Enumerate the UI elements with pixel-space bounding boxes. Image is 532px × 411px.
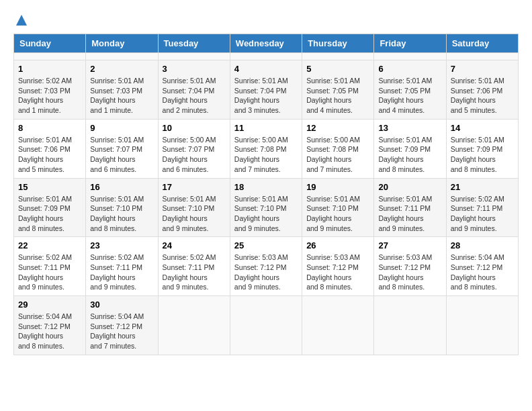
- calendar-day-cell: 3Sunrise: 5:01 AMSunset: 7:04 PMDaylight…: [158, 60, 230, 120]
- calendar-day-cell: 4Sunrise: 5:01 AMSunset: 7:04 PMDaylight…: [230, 60, 302, 120]
- calendar-day-cell: 29Sunrise: 5:04 AMSunset: 7:12 PMDayligh…: [14, 296, 86, 355]
- day-number: 28: [451, 240, 514, 250]
- day-number: 26: [306, 240, 369, 250]
- calendar-day-cell: 10Sunrise: 5:00 AMSunset: 7:07 PMDayligh…: [158, 119, 230, 178]
- day-number: 16: [90, 182, 153, 192]
- calendar-day-cell: 18Sunrise: 5:01 AMSunset: 7:10 PMDayligh…: [230, 178, 302, 237]
- day-number: 12: [306, 123, 369, 133]
- day-number: 7: [451, 64, 514, 74]
- day-info: Sunrise: 5:01 AMSunset: 7:03 PMDaylight …: [90, 76, 153, 116]
- day-info: Sunrise: 5:02 AMSunset: 7:11 PMDaylight …: [18, 253, 81, 292]
- day-info: Sunrise: 5:01 AMSunset: 7:11 PMDaylight …: [378, 194, 441, 234]
- day-number: 23: [90, 240, 153, 250]
- calendar-day-cell: [14, 53, 86, 60]
- day-info: Sunrise: 5:01 AMSunset: 7:05 PMDaylight …: [378, 76, 441, 116]
- calendar-day-cell: 20Sunrise: 5:01 AMSunset: 7:11 PMDayligh…: [374, 178, 446, 237]
- day-info: Sunrise: 5:00 AMSunset: 7:07 PMDaylight …: [163, 135, 226, 175]
- calendar-day-cell: 13Sunrise: 5:01 AMSunset: 7:09 PMDayligh…: [374, 119, 446, 178]
- calendar-day-cell: 22Sunrise: 5:02 AMSunset: 7:11 PMDayligh…: [14, 237, 86, 296]
- day-of-week-header: Saturday: [446, 34, 518, 53]
- day-number: 25: [234, 240, 298, 250]
- calendar-day-cell: 17Sunrise: 5:01 AMSunset: 7:10 PMDayligh…: [158, 178, 230, 237]
- calendar-table: SundayMondayTuesdayWednesdayThursdayFrid…: [13, 34, 519, 355]
- day-info: Sunrise: 5:00 AMSunset: 7:08 PMDaylight …: [306, 135, 369, 175]
- day-of-week-header: Sunday: [14, 34, 86, 53]
- calendar-day-cell: [158, 296, 230, 355]
- day-number: 19: [306, 182, 369, 192]
- calendar-day-cell: 25Sunrise: 5:03 AMSunset: 7:12 PMDayligh…: [230, 237, 302, 296]
- logo-icon: [15, 13, 28, 27]
- day-number: 27: [378, 240, 441, 250]
- calendar-week-row: 8Sunrise: 5:01 AMSunset: 7:06 PMDaylight…: [14, 119, 519, 178]
- day-info: Sunrise: 5:00 AMSunset: 7:08 PMDaylight …: [234, 135, 298, 175]
- calendar-day-cell: 8Sunrise: 5:01 AMSunset: 7:06 PMDaylight…: [14, 119, 86, 178]
- day-info: Sunrise: 5:01 AMSunset: 7:10 PMDaylight …: [90, 194, 153, 234]
- day-number: 17: [163, 182, 226, 192]
- day-info: Sunrise: 5:01 AMSunset: 7:09 PMDaylight …: [451, 135, 514, 175]
- calendar-day-cell: 15Sunrise: 5:01 AMSunset: 7:09 PMDayligh…: [14, 178, 86, 237]
- calendar-day-cell: 11Sunrise: 5:00 AMSunset: 7:08 PMDayligh…: [230, 119, 302, 178]
- day-number: 6: [378, 64, 441, 74]
- calendar-day-cell: [230, 53, 302, 60]
- calendar-day-cell: 1Sunrise: 5:02 AMSunset: 7:03 PMDaylight…: [14, 60, 86, 120]
- calendar-day-cell: 26Sunrise: 5:03 AMSunset: 7:12 PMDayligh…: [302, 237, 374, 296]
- day-info: Sunrise: 5:03 AMSunset: 7:12 PMDaylight …: [306, 253, 369, 292]
- calendar-day-cell: 24Sunrise: 5:02 AMSunset: 7:11 PMDayligh…: [158, 237, 230, 296]
- calendar-day-cell: 14Sunrise: 5:01 AMSunset: 7:09 PMDayligh…: [446, 119, 518, 178]
- day-info: Sunrise: 5:04 AMSunset: 7:12 PMDaylight …: [451, 253, 514, 292]
- calendar-day-cell: [158, 53, 230, 60]
- day-number: 11: [234, 123, 298, 133]
- calendar-week-row: 22Sunrise: 5:02 AMSunset: 7:11 PMDayligh…: [14, 237, 519, 296]
- calendar-day-cell: 27Sunrise: 5:03 AMSunset: 7:12 PMDayligh…: [374, 237, 446, 296]
- calendar-day-cell: 23Sunrise: 5:02 AMSunset: 7:11 PMDayligh…: [86, 237, 158, 296]
- day-of-week-header: Thursday: [302, 34, 374, 53]
- day-info: Sunrise: 5:01 AMSunset: 7:10 PMDaylight …: [163, 194, 226, 234]
- day-info: Sunrise: 5:03 AMSunset: 7:12 PMDaylight …: [234, 253, 298, 292]
- calendar-day-cell: [374, 296, 446, 355]
- day-number: 21: [451, 182, 514, 192]
- calendar-day-cell: 28Sunrise: 5:04 AMSunset: 7:12 PMDayligh…: [446, 237, 518, 296]
- calendar-day-cell: [374, 53, 446, 60]
- day-info: Sunrise: 5:04 AMSunset: 7:12 PMDaylight …: [90, 312, 153, 351]
- logo: [13, 13, 28, 27]
- day-info: Sunrise: 5:01 AMSunset: 7:04 PMDaylight …: [234, 76, 298, 116]
- day-number: 2: [90, 64, 153, 74]
- day-info: Sunrise: 5:02 AMSunset: 7:11 PMDaylight …: [90, 253, 153, 292]
- svg-marker-0: [16, 15, 27, 26]
- calendar-week-row: 1Sunrise: 5:02 AMSunset: 7:03 PMDaylight…: [14, 60, 519, 120]
- day-of-week-header: Wednesday: [230, 34, 302, 53]
- day-number: 15: [18, 182, 81, 192]
- day-info: Sunrise: 5:01 AMSunset: 7:06 PMDaylight …: [18, 135, 81, 175]
- day-number: 18: [234, 182, 298, 192]
- day-info: Sunrise: 5:01 AMSunset: 7:09 PMDaylight …: [18, 194, 81, 234]
- day-number: 5: [306, 64, 369, 74]
- day-number: 22: [18, 240, 81, 250]
- day-number: 24: [163, 240, 226, 250]
- day-number: 3: [163, 64, 226, 74]
- day-of-week-header: Tuesday: [158, 34, 230, 53]
- day-of-week-header: Friday: [374, 34, 446, 53]
- day-info: Sunrise: 5:01 AMSunset: 7:10 PMDaylight …: [234, 194, 298, 234]
- calendar-week-row: 15Sunrise: 5:01 AMSunset: 7:09 PMDayligh…: [14, 178, 519, 237]
- calendar-day-cell: 5Sunrise: 5:01 AMSunset: 7:05 PMDaylight…: [302, 60, 374, 120]
- day-info: Sunrise: 5:02 AMSunset: 7:11 PMDaylight …: [451, 194, 514, 234]
- day-number: 14: [451, 123, 514, 133]
- calendar-day-cell: 12Sunrise: 5:00 AMSunset: 7:08 PMDayligh…: [302, 119, 374, 178]
- calendar-week-row: 29Sunrise: 5:04 AMSunset: 7:12 PMDayligh…: [14, 296, 519, 355]
- calendar-day-cell: [302, 53, 374, 60]
- day-number: 4: [234, 64, 298, 74]
- day-number: 29: [18, 300, 81, 310]
- calendar-header-row: SundayMondayTuesdayWednesdayThursdayFrid…: [14, 34, 519, 53]
- calendar-day-cell: 21Sunrise: 5:02 AMSunset: 7:11 PMDayligh…: [446, 178, 518, 237]
- day-number: 1: [18, 64, 81, 74]
- day-info: Sunrise: 5:01 AMSunset: 7:10 PMDaylight …: [306, 194, 369, 234]
- calendar-day-cell: 9Sunrise: 5:01 AMSunset: 7:07 PMDaylight…: [86, 119, 158, 178]
- day-number: 13: [378, 123, 441, 133]
- day-info: Sunrise: 5:02 AMSunset: 7:11 PMDaylight …: [163, 253, 226, 292]
- day-number: 10: [163, 123, 226, 133]
- day-info: Sunrise: 5:04 AMSunset: 7:12 PMDaylight …: [18, 312, 81, 351]
- calendar-day-cell: [446, 53, 518, 60]
- page-header: [13, 13, 519, 27]
- day-info: Sunrise: 5:02 AMSunset: 7:03 PMDaylight …: [18, 76, 81, 116]
- day-number: 8: [18, 123, 81, 133]
